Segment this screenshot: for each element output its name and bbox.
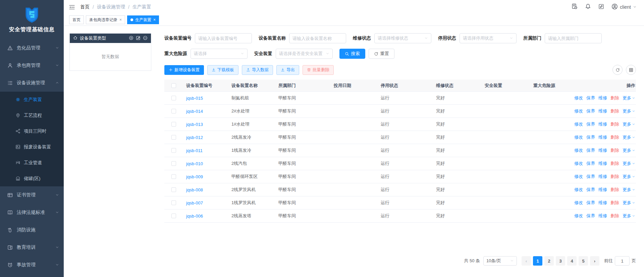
row-action-delete[interactable]: 删除 (610, 95, 619, 101)
sidebar-item-equipment[interactable]: 设备设施管理 (0, 74, 64, 92)
row-action-repair[interactable]: 维修 (598, 187, 607, 193)
page-size-select[interactable]: 10条/页 (483, 256, 517, 266)
refresh-table-button[interactable] (612, 65, 623, 75)
filter-select-hazard[interactable]: 请选择 (191, 49, 248, 59)
export-button[interactable]: 导出 (276, 65, 299, 75)
row-action-edit[interactable]: 修改 (574, 213, 583, 219)
row-action-more[interactable]: 更多 (623, 147, 635, 153)
row-action-repair[interactable]: 维修 (598, 134, 607, 140)
breadcrumb-item[interactable]: 首页 (80, 4, 90, 10)
row-checkbox[interactable] (171, 135, 176, 140)
row-action-more[interactable]: 更多 (623, 213, 635, 219)
row-action-more[interactable]: 更多 (623, 95, 635, 101)
breadcrumb-item[interactable]: 设备设施管理 (97, 4, 125, 10)
row-action-repair[interactable]: 维修 (598, 95, 607, 101)
row-checkbox[interactable] (171, 200, 176, 205)
sidebar-subitem-three-simultaneous[interactable]: 项目三同时 (0, 123, 64, 139)
row-action-more[interactable]: 更多 (623, 121, 635, 127)
row-action-edit[interactable]: 修改 (574, 200, 583, 206)
sidebar-subitem-production[interactable]: 生产装置 (0, 92, 64, 107)
row-action-edit[interactable]: 修改 (574, 95, 583, 101)
select-all-checkbox[interactable] (171, 83, 176, 88)
tab-1[interactable]: 承包商违章记录× (86, 15, 125, 24)
column-settings-button[interactable] (626, 65, 636, 75)
row-action-delete[interactable]: 删除 (610, 121, 619, 127)
row-checkbox[interactable] (171, 161, 176, 166)
filter-select-repair-status[interactable]: 请选择维修状态 (374, 33, 431, 43)
row-action-edit[interactable]: 修改 (574, 160, 583, 167)
row-action-maintain[interactable]: 保养 (586, 174, 595, 180)
fullscreen-icon[interactable] (598, 4, 604, 11)
row-action-more[interactable]: 更多 (623, 160, 635, 167)
row-action-maintain[interactable]: 保养 (586, 108, 595, 114)
sidebar-item-certificate[interactable]: 证书管理 (0, 186, 64, 204)
row-checkbox[interactable] (171, 187, 176, 192)
row-action-edit[interactable]: 修改 (574, 134, 583, 140)
row-action-more[interactable]: 更多 (623, 108, 635, 114)
filter-input-eq-name[interactable] (292, 36, 343, 41)
sidebar-toggle[interactable] (69, 4, 75, 10)
equipment-code-link[interactable]: jqsb-008 (186, 187, 203, 192)
goto-page-input[interactable] (615, 256, 630, 266)
row-action-maintain[interactable]: 保养 (586, 147, 595, 153)
row-action-edit[interactable]: 修改 (574, 147, 583, 153)
page-button-2[interactable]: 2 (544, 256, 554, 266)
row-action-more[interactable]: 更多 (623, 134, 635, 140)
equipment-code-link[interactable]: jqsb-007 (186, 200, 203, 205)
row-action-maintain[interactable]: 保养 (586, 121, 595, 127)
equipment-code-link[interactable]: jqsb-014 (186, 109, 203, 114)
row-checkbox[interactable] (171, 174, 176, 179)
row-action-edit[interactable]: 修改 (574, 174, 583, 180)
tab-0[interactable]: 首页 (69, 15, 84, 24)
sidebar-subitem-process[interactable]: 工艺流程 (0, 107, 64, 123)
sidebar-subitem-pipeline[interactable]: 工业管道 (0, 155, 64, 171)
document-log-icon[interactable] (572, 3, 578, 11)
row-action-delete[interactable]: 删除 (610, 187, 619, 193)
row-action-repair[interactable]: 维修 (598, 121, 607, 127)
download-template-button[interactable]: 下载模板 (207, 65, 238, 75)
remove-type-button[interactable] (143, 36, 148, 41)
equipment-code-link[interactable]: jqsb-015 (186, 96, 203, 101)
row-checkbox[interactable] (171, 214, 176, 218)
row-checkbox[interactable] (171, 96, 176, 100)
page-button-5[interactable]: 5 (579, 256, 588, 266)
row-action-repair[interactable]: 维修 (598, 213, 607, 219)
row-checkbox[interactable] (171, 109, 176, 113)
tab-active-2[interactable]: 生产装置× (127, 15, 159, 24)
add-type-button[interactable] (129, 36, 133, 41)
sidebar-item-fire[interactable]: 消防设施 (0, 221, 64, 239)
row-action-repair[interactable]: 维修 (598, 147, 607, 153)
filter-input-dept[interactable] (548, 36, 598, 41)
notification-bell-icon[interactable] (585, 3, 591, 11)
tab-close-icon[interactable]: × (153, 17, 156, 22)
row-action-delete[interactable]: 删除 (610, 160, 619, 167)
next-page-button[interactable]: › (590, 256, 599, 266)
sidebar-subitem-scrap[interactable]: 报废设备装置 (0, 139, 64, 155)
row-action-delete[interactable]: 删除 (610, 213, 619, 219)
sidebar-item-accident[interactable]: 事故管理 (0, 256, 64, 274)
row-action-delete[interactable]: 删除 (610, 134, 619, 140)
row-action-repair[interactable]: 维修 (598, 160, 607, 167)
page-button-3[interactable]: 3 (556, 256, 565, 266)
sidebar-item-education[interactable]: 教育培训 (0, 239, 64, 256)
import-data-button[interactable]: 导入数据 (242, 65, 273, 75)
row-action-maintain[interactable]: 保养 (586, 95, 595, 101)
equipment-code-link[interactable]: jqsb-009 (186, 174, 203, 179)
row-action-repair[interactable]: 维修 (598, 108, 607, 114)
batch-delete-button[interactable]: 批量删除 (303, 65, 334, 75)
row-action-delete[interactable]: 删除 (610, 174, 619, 180)
page-button-1[interactable]: 1 (533, 256, 542, 266)
row-action-maintain[interactable]: 保养 (586, 200, 595, 206)
row-checkbox[interactable] (171, 148, 176, 153)
row-action-maintain[interactable]: 保养 (586, 213, 595, 219)
equipment-code-link[interactable]: jqsb-006 (186, 214, 203, 219)
filter-select-stop-status[interactable]: 请选择停用状态 (460, 33, 517, 43)
row-action-maintain[interactable]: 保养 (586, 187, 595, 193)
row-action-more[interactable]: 更多 (623, 187, 635, 193)
row-action-repair[interactable]: 维修 (598, 174, 607, 180)
search-button[interactable]: 搜索 (339, 49, 365, 59)
row-action-more[interactable]: 更多 (623, 174, 635, 180)
row-action-edit[interactable]: 修改 (574, 121, 583, 127)
row-action-repair[interactable]: 维修 (598, 200, 607, 206)
row-action-maintain[interactable]: 保养 (586, 134, 595, 140)
